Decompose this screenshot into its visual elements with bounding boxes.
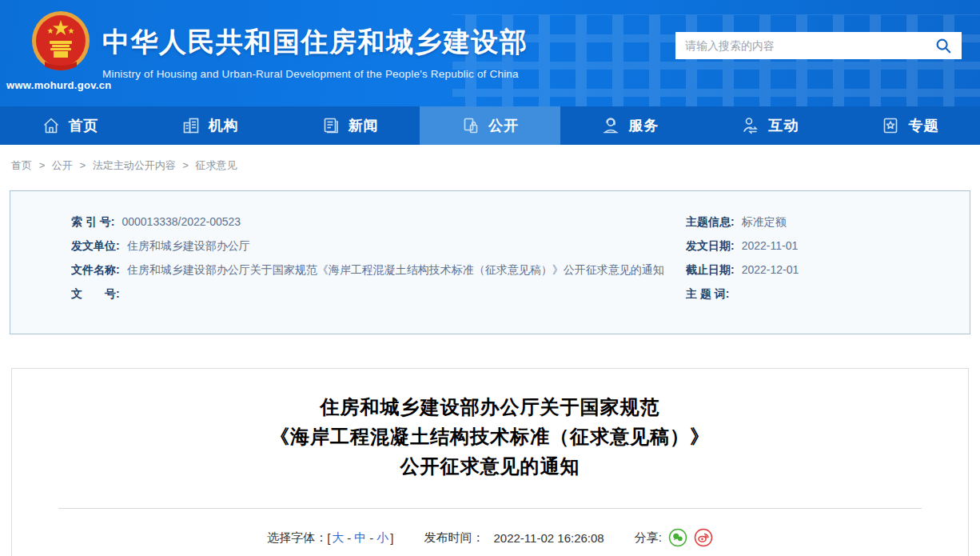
font-selector-bracket: [	[327, 531, 330, 545]
metadata-value: 标准定额	[742, 215, 787, 228]
share-group: 分享:	[635, 528, 713, 547]
metadata-value: 000013338/2022-00523	[122, 215, 241, 228]
metadata-row-document-number: 文 号:	[71, 282, 686, 306]
article-title-line1: 住房和城乡建设部办公厅关于国家规范	[12, 392, 968, 422]
nav-label: 公开	[488, 116, 519, 135]
breadcrumb-disclosure[interactable]: 公开	[52, 159, 73, 171]
wechat-share-icon[interactable]	[668, 528, 687, 547]
nav-item-disclosure[interactable]: 公开	[420, 106, 560, 145]
organization-icon	[181, 116, 201, 135]
breadcrumb-statutory-content[interactable]: 法定主动公开内容	[93, 159, 176, 171]
font-size-small-link[interactable]: 小	[376, 530, 388, 546]
nav-label: 互动	[768, 116, 799, 135]
metadata-row-topic-info: 主题信息:标准定额	[686, 210, 970, 234]
metadata-label: 发文单位:	[71, 239, 120, 252]
nav-item-service[interactable]: 服务	[560, 106, 700, 145]
metadata-value: 住房和城乡建设部办公厅	[127, 239, 250, 252]
interaction-icon	[741, 116, 760, 135]
disclosure-icon	[461, 116, 480, 135]
site-title: 中华人民共和国住房和城乡建设部	[102, 24, 528, 61]
nav-label: 新闻	[349, 116, 379, 135]
font-selector-dash: -	[369, 531, 373, 545]
nav-item-topic[interactable]: 专题	[840, 106, 980, 145]
metadata-left-column: 索 引 号:000013338/2022-00523 发文单位:住房和城乡建设部…	[10, 210, 686, 334]
title-divider	[58, 508, 922, 509]
site-url: www.mohurd.gov.cn	[6, 79, 118, 91]
nav-item-news[interactable]: 新闻	[280, 106, 420, 145]
metadata-value: 住房和城乡建设部办公厅关于国家规范《海岸工程混凝土结构技术标准（征求意见稿）》公…	[127, 263, 664, 276]
nav-item-interaction[interactable]: 互动	[700, 106, 840, 145]
nav-item-organization[interactable]: 机构	[140, 106, 280, 145]
metadata-row-issue-date: 发文日期:2022-11-01	[686, 234, 970, 258]
search-bar	[675, 32, 962, 59]
font-size-selector: 选择字体： [ 大 - 中 - 小 ]	[267, 530, 393, 546]
main-nav: 首页 机构 新闻 公开 服务	[0, 106, 980, 145]
search-input[interactable]	[685, 39, 934, 52]
article-title-line2: 《海岸工程混凝土结构技术标准（征求意见稿）》	[12, 422, 968, 451]
breadcrumb-separator: >	[39, 159, 46, 171]
breadcrumb-home[interactable]: 首页	[11, 159, 32, 171]
font-selector-bracket: ]	[390, 531, 393, 545]
metadata-label: 主 题 词:	[686, 287, 729, 300]
metadata-label: 发文日期:	[686, 239, 735, 252]
weibo-share-icon[interactable]	[694, 528, 713, 547]
font-selector-dash: -	[347, 531, 351, 545]
font-size-medium-link[interactable]: 中	[354, 530, 366, 546]
metadata-label: 主题信息:	[686, 215, 735, 228]
metadata-label: 截止日期:	[686, 263, 735, 276]
article-panel: 住房和城乡建设部办公厅关于国家规范 《海岸工程混凝土结构技术标准（征求意见稿）》…	[11, 368, 969, 556]
metadata-row-deadline-date: 截止日期:2022-12-01	[686, 258, 970, 282]
news-icon	[321, 116, 341, 135]
article-meta-row: 选择字体： [ 大 - 中 - 小 ] 发布时间： 2022-11-02 16:…	[12, 528, 968, 547]
article-title: 住房和城乡建设部办公厅关于国家规范 《海岸工程混凝土结构技术标准（征求意见稿）》…	[12, 392, 968, 481]
document-metadata-panel: 索 引 号:000013338/2022-00523 发文单位:住房和城乡建设部…	[10, 190, 970, 334]
article-title-line3: 公开征求意见的通知	[12, 451, 968, 481]
header-building-image	[452, 14, 980, 106]
breadcrumb-separator: >	[79, 159, 86, 171]
nav-label: 专题	[908, 116, 938, 135]
metadata-value: 2022-12-01	[742, 263, 799, 276]
metadata-value: 2022-11-01	[742, 239, 799, 252]
font-selector-label: 选择字体：	[267, 530, 327, 546]
metadata-label: 索 引 号:	[71, 215, 114, 228]
national-emblem-logo	[30, 10, 91, 73]
metadata-right-column: 主题信息:标准定额 发文日期:2022-11-01 截止日期:2022-12-0…	[686, 210, 970, 334]
publish-time-group: 发布时间： 2022-11-02 16:26:08	[424, 530, 604, 546]
publish-time-label: 发布时间：	[424, 530, 484, 546]
breadcrumb: 首页 > 公开 > 法定主动公开内容 > 征求意见	[0, 145, 980, 170]
font-size-large-link[interactable]: 大	[332, 530, 344, 546]
metadata-row-issuing-unit: 发文单位:住房和城乡建设部办公厅	[71, 234, 686, 258]
site-subtitle: Ministry of Housing and Urban-Rural Deve…	[102, 68, 528, 80]
nav-label: 首页	[69, 116, 99, 135]
metadata-row-document-name: 文件名称:住房和城乡建设部办公厅关于国家规范《海岸工程混凝土结构技术标准（征求意…	[71, 258, 686, 282]
nav-item-home[interactable]: 首页	[0, 106, 140, 145]
nav-label: 服务	[628, 116, 659, 135]
metadata-label: 文 号:	[71, 287, 120, 300]
metadata-row-index-number: 索 引 号:000013338/2022-00523	[71, 210, 686, 234]
breadcrumb-separator: >	[182, 159, 189, 171]
topic-icon	[881, 116, 900, 135]
metadata-row-keywords: 主 题 词:	[686, 282, 970, 306]
publish-time-value: 2022-11-02 16:26:08	[494, 531, 604, 545]
search-icon[interactable]	[934, 37, 952, 54]
site-header: www.mohurd.gov.cn 中华人民共和国住房和城乡建设部 Minist…	[0, 0, 980, 106]
share-label: 分享:	[635, 530, 662, 546]
breadcrumb-current-page: 征求意见	[196, 159, 237, 171]
home-icon	[42, 116, 61, 135]
service-icon	[601, 116, 620, 135]
metadata-label: 文件名称:	[71, 263, 120, 276]
nav-label: 机构	[209, 116, 239, 135]
